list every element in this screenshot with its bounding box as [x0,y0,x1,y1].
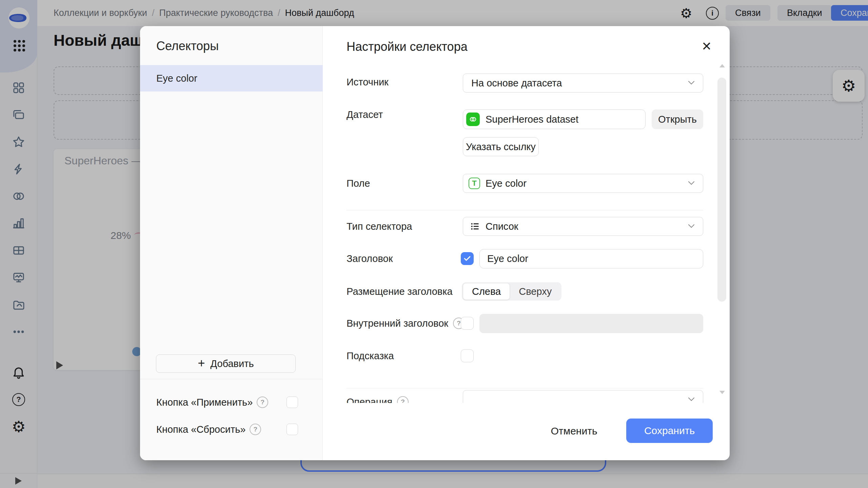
reset-help-icon[interactable]: ? [250,424,261,435]
save-selector-button[interactable]: Сохранить [626,419,713,443]
cancel-button[interactable]: Отменить [552,419,596,443]
chevron-down-icon [688,223,695,229]
field-label: Поле [347,178,370,188]
title-input-value: Eye color [487,253,528,264]
scroll-up-arrow[interactable] [719,64,725,67]
dataset-name: SuperHeroes dataset [486,114,578,125]
apply-button-checkbox[interactable] [287,396,298,408]
inner-title-label: Внутренний заголовок [347,318,448,329]
placement-option-top[interactable]: Сверху [510,283,560,300]
operation-row: Операция ? [347,397,409,403]
chevron-down-icon [688,80,695,86]
selector-item-label: Eye color [156,73,197,84]
screen: Коллекции и воркбуки / Практические руко… [0,0,868,488]
selectors-list-panel: Селекторы Eye color + Добавить Кнопка «П… [140,26,323,460]
selector-settings-dialog: Селекторы Eye color + Добавить Кнопка «П… [140,26,730,460]
selector-settings-panel: Настройки селектора ✕ Источник На основе… [323,26,730,460]
apply-button-row: Кнопка «Применить» ? [156,395,268,410]
operation-help-icon[interactable]: ? [397,396,409,403]
field-value: Eye color [486,178,527,189]
settings-title: Настройки селектора [347,40,468,54]
title-input[interactable]: Eye color [479,249,703,268]
title-label: Заголовок [347,253,393,264]
reset-button-row-label: Кнопка «Сбросить» [156,424,245,435]
open-dataset-button[interactable]: Открыть [652,109,703,129]
check-icon [464,256,471,261]
chevron-down-icon [688,180,695,186]
dataset-picker[interactable]: SuperHeroes dataset [463,109,646,129]
apply-button-row-label: Кнопка «Применить» [156,397,253,408]
placement-option-left[interactable]: Слева [463,283,510,300]
reset-button-checkbox[interactable] [287,424,298,435]
hint-checkbox[interactable] [461,349,474,362]
operation-select[interactable] [463,390,703,403]
title-placement-segmented: Слева Сверху [462,282,561,301]
reset-button-row: Кнопка «Сбросить» ? [156,422,261,437]
source-label: Источник [347,77,389,87]
panel-divider [140,379,323,379]
add-selector-label: Добавить [210,358,254,369]
hint-label: Подсказка [347,351,394,361]
inner-title-checkbox[interactable] [461,317,474,330]
selectors-panel-title: Селекторы [156,39,219,53]
operation-row-clipped: Операция ? [323,390,716,403]
selector-list-item-eye-color[interactable]: Eye color [140,65,323,92]
add-selector-button[interactable]: + Добавить [156,354,296,373]
inner-title-row: Внутренний заголовок ? [347,318,465,328]
field-select[interactable]: T Eye color [463,174,703,193]
selector-type-select[interactable]: Список [463,217,703,236]
dataset-label: Датасет [347,109,383,120]
inner-title-input [479,314,703,333]
dataset-icon [466,113,480,126]
title-placement-label: Размещение заголовка [347,286,453,297]
section-divider [347,210,703,210]
chevron-down-icon [688,396,695,403]
list-icon [470,221,480,231]
scrollbar-thumb[interactable] [717,78,726,302]
selector-type-value: Список [486,221,518,232]
close-icon[interactable]: ✕ [698,38,715,55]
section-divider [347,388,703,388]
specify-link-button[interactable]: Указать ссылку [463,137,539,156]
plus-icon: + [198,357,205,369]
title-checkbox[interactable] [461,252,474,265]
source-value: На основе датасета [471,78,562,89]
operation-label: Операция [347,396,392,403]
source-select[interactable]: На основе датасета [463,74,703,93]
selector-type-label: Тип селектора [347,221,412,231]
scroll-down-arrow[interactable] [719,391,725,394]
string-field-type-icon: T [469,178,480,189]
apply-help-icon[interactable]: ? [257,396,268,408]
